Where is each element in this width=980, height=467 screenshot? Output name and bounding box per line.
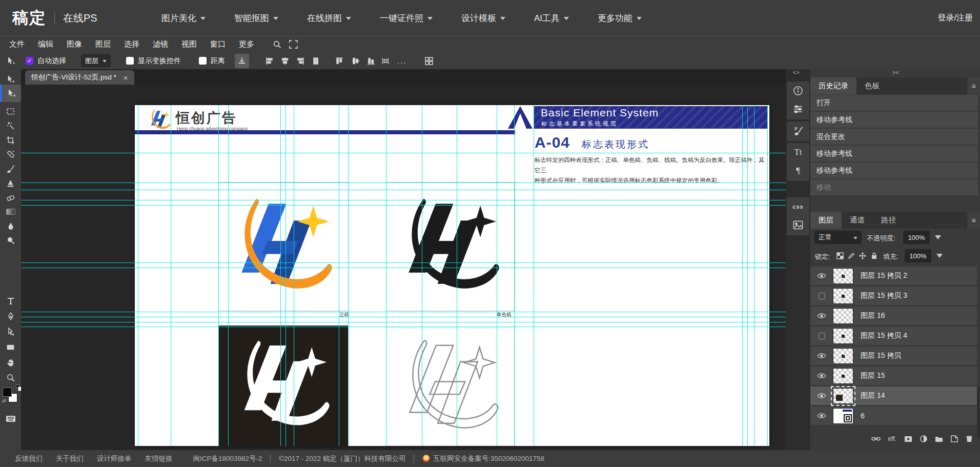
opacity-dropdown-icon[interactable] [935, 235, 941, 239]
tool-path-select[interactable] [2, 324, 19, 339]
tool-auto-select[interactable] [0, 85, 21, 102]
menu-image[interactable]: 图像 [65, 39, 84, 49]
lock-transparency-icon[interactable] [836, 252, 844, 260]
layer-thumbnail[interactable] [833, 408, 853, 424]
tool-zoom[interactable] [2, 371, 19, 385]
foreground-color[interactable] [3, 388, 12, 397]
collapse-left-icon[interactable]: <> [793, 70, 800, 75]
delete-layer-icon[interactable] [966, 435, 973, 442]
default-colors-icon[interactable] [16, 384, 19, 388]
adjustment-layer-icon[interactable] [920, 435, 927, 442]
menu-filter[interactable]: 滤镜 [151, 39, 170, 49]
adjustments-icon[interactable] [787, 100, 809, 118]
menu-more[interactable]: 更多 [237, 39, 256, 49]
layer-row[interactable]: 6 [810, 407, 977, 425]
info-icon[interactable] [787, 82, 809, 100]
menu-edit[interactable]: 编辑 [36, 39, 55, 49]
tab-history[interactable]: 历史记录 [810, 77, 856, 94]
paragraph-panel-icon[interactable]: ¶ [787, 161, 809, 180]
menu-window[interactable]: 窗口 [209, 39, 227, 49]
layers-panel-menu-icon[interactable] [967, 212, 980, 229]
tool-dodge[interactable] [2, 233, 19, 248]
tool-blur[interactable] [2, 219, 19, 233]
tool-crop[interactable] [2, 133, 19, 147]
history-item[interactable]: 移动参考线 [810, 112, 978, 128]
login-register-link[interactable]: 登录/注册 [938, 13, 973, 24]
collapse-right-icon[interactable]: >< [892, 70, 900, 75]
history-item[interactable]: 混合更改 [810, 129, 978, 145]
menu-select[interactable]: 选择 [122, 39, 141, 49]
brush-settings-icon[interactable] [787, 121, 809, 140]
grid-view-icon[interactable] [422, 54, 436, 68]
layer-row-selected[interactable]: 图层 14 [810, 387, 977, 405]
virtual-keyboard-icon[interactable] [2, 412, 19, 426]
align-top-button[interactable] [332, 54, 346, 68]
footer-link-about[interactable]: 关于我们 [56, 454, 84, 463]
footer-link-friends[interactable]: 友情链接 [145, 454, 173, 463]
tab-swatches[interactable]: 色板 [856, 77, 888, 94]
visibility-toggle[interactable] [810, 352, 833, 359]
target-dropdown[interactable]: 图层 [81, 54, 111, 67]
visibility-toggle[interactable] [810, 293, 833, 299]
tool-hand[interactable] [2, 355, 19, 370]
visibility-toggle[interactable] [810, 312, 833, 319]
ellipsis-icon[interactable]: ... [397, 56, 407, 65]
layer-thumbnail[interactable] [833, 268, 853, 284]
fullscreen-icon[interactable] [288, 39, 299, 50]
layer-thumbnail[interactable] [833, 288, 853, 304]
layer-row[interactable]: 图层 16 [810, 307, 977, 325]
distance-checkbox[interactable] [199, 57, 207, 65]
top-menu-templates[interactable]: 设计模板 [461, 12, 505, 24]
layer-row[interactable]: 图层 15 拷贝 2 [810, 267, 977, 285]
layer-thumbnail[interactable] [833, 368, 853, 384]
top-menu-matting[interactable]: 智能抠图 [234, 12, 278, 24]
history-panel-menu-icon[interactable] [967, 77, 980, 94]
visibility-toggle[interactable] [810, 372, 833, 379]
blend-mode-dropdown[interactable]: 正常 [814, 231, 862, 244]
tool-heal[interactable] [2, 147, 19, 161]
history-item[interactable]: 打开 [810, 95, 978, 111]
close-icon[interactable]: × [124, 73, 128, 82]
footer-link-designer[interactable]: 设计师接单 [97, 454, 132, 463]
history-item[interactable]: 移动参考线 [810, 146, 978, 161]
visibility-toggle[interactable] [810, 333, 833, 339]
tool-move[interactable] [2, 72, 19, 86]
history-item[interactable]: 移动参考线 [810, 163, 978, 178]
align-bottom-button[interactable] [364, 54, 378, 68]
layer-effects-icon[interactable]: eff. [888, 435, 896, 442]
security-record[interactable]: 互联网安全备案号:35020602001758 [422, 454, 544, 463]
menu-layer[interactable]: 图层 [94, 39, 112, 49]
character-panel-icon[interactable]: Tt [787, 143, 809, 161]
layer-row[interactable]: 图层 15 拷贝 3 [810, 287, 977, 305]
tool-brush[interactable] [2, 161, 19, 176]
layers-scrollbar[interactable] [977, 387, 980, 438]
fill-dropdown-icon[interactable] [936, 254, 943, 258]
visibility-toggle[interactable] [810, 272, 833, 279]
layer-mask-icon[interactable] [904, 436, 912, 442]
top-menu-ai-tools[interactable]: AI工具 [534, 12, 569, 24]
new-layer-icon[interactable] [951, 435, 958, 442]
top-menu-idphoto[interactable]: 一键证件照 [380, 12, 433, 24]
footer-link-feedback[interactable]: 反馈我们 [15, 454, 43, 463]
lock-position-icon[interactable] [859, 252, 867, 260]
color-swatches[interactable]: ⇄ [2, 384, 19, 407]
tool-gradient[interactable] [2, 205, 19, 219]
tab-layers[interactable]: 图层 [810, 212, 842, 229]
canvas-document[interactable]: 恒创广告 Heng chuang advertising company Bas… [135, 105, 769, 446]
layer-thumbnail[interactable] [833, 348, 853, 364]
top-menu-collage[interactable]: 在线拼图 [307, 12, 351, 24]
swap-colors-icon[interactable]: ⇄ [2, 398, 6, 403]
download-icon[interactable] [235, 54, 249, 68]
lock-pixels-icon[interactable] [847, 252, 855, 260]
align-center-h-button[interactable] [278, 54, 292, 68]
menu-view[interactable]: 视图 [180, 39, 198, 49]
lock-all-icon[interactable] [870, 252, 878, 260]
history-item-undone[interactable]: 移动 [810, 179, 978, 195]
search-icon[interactable] [271, 39, 282, 50]
layer-row[interactable]: 图层 15 拷贝 4 [810, 327, 977, 345]
visibility-toggle[interactable] [810, 412, 833, 419]
css-panel-icon[interactable]: css [787, 197, 809, 216]
distribute-v-button[interactable] [309, 54, 323, 68]
layer-thumbnail[interactable] [833, 388, 853, 404]
layer-row[interactable]: 图层 15 [810, 367, 977, 385]
